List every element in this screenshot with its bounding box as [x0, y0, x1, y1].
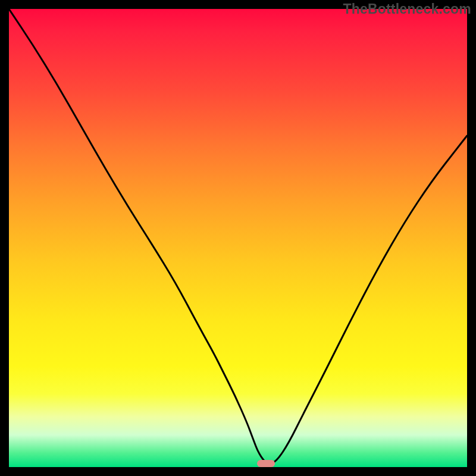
bottleneck-curve: [9, 9, 467, 467]
chart-frame: TheBottleneck.com: [0, 0, 476, 476]
plot-area: [9, 9, 467, 467]
curve-path: [9, 9, 467, 464]
watermark-text: TheBottleneck.com: [343, 1, 471, 17]
sweet-spot-marker: [257, 460, 275, 467]
